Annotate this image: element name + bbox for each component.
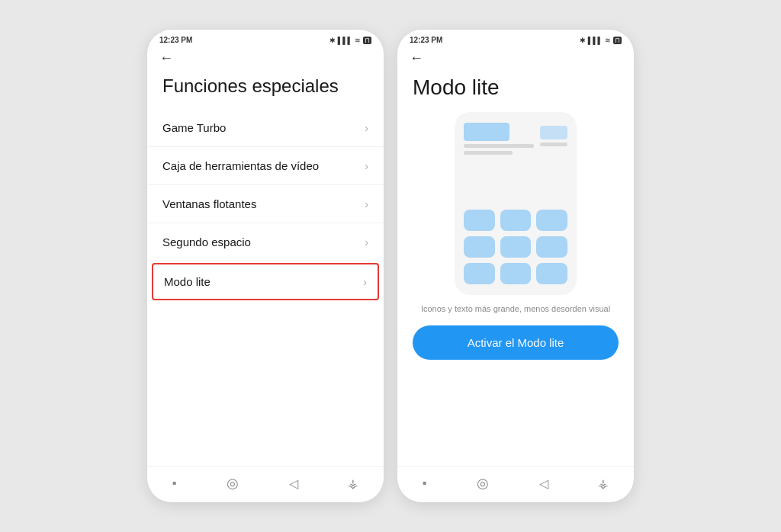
- signal-icon-right: ▌▌▌: [588, 37, 603, 44]
- status-icons-right: ✱ ▌▌▌ ≋ ⊓: [580, 37, 622, 44]
- illus-icon-5: [500, 236, 532, 258]
- bottom-nav-right: ▪ ◎ ◁ ⚶: [397, 466, 634, 502]
- illus-icon-6: [536, 236, 567, 258]
- menu-item-modo-lite[interactable]: Modo lite ›: [152, 263, 379, 300]
- illus-line-2: [464, 151, 513, 155]
- illus-line-1: [464, 144, 534, 148]
- chevron-segundo: ›: [365, 236, 368, 248]
- page-title-right: Modo lite: [397, 69, 634, 112]
- nav-back-left[interactable]: ◁: [289, 476, 298, 491]
- top-bar-left: ←: [147, 47, 384, 69]
- battery-icon-right: ⊓: [613, 37, 622, 44]
- illus-wide-rect: [464, 123, 534, 155]
- nav-circle-left[interactable]: ◎: [227, 475, 239, 492]
- activate-button[interactable]: Activar el Modo lite: [413, 325, 619, 360]
- illus-icon-9: [536, 263, 567, 284]
- time-right: 12:23 PM: [410, 36, 442, 44]
- modo-lite-description: Iconos y texto más grande, menos desorde…: [397, 295, 634, 319]
- status-icons-left: ✱ ▌▌▌ ≋ ⊓: [329, 37, 371, 44]
- menu-item-ventanas[interactable]: Ventanas flotantes ›: [147, 185, 384, 223]
- illus-right-group: [540, 123, 567, 146]
- illus-icon-7: [464, 263, 495, 284]
- time-left: 12:23 PM: [159, 36, 192, 44]
- back-button-left[interactable]: ←: [159, 50, 173, 66]
- back-button-right[interactable]: ←: [410, 50, 423, 66]
- illus-blue-medium: [540, 126, 567, 139]
- nav-circle-right[interactable]: ◎: [477, 475, 489, 492]
- nav-person-right[interactable]: ⚶: [598, 476, 609, 491]
- phone-illustration: [455, 112, 577, 295]
- screen-content-left: Funciones especiales Game Turbo › Caja d…: [147, 69, 384, 466]
- illus-icon-8: [500, 263, 532, 284]
- bottom-nav-left: ▪ ◎ ◁ ⚶: [147, 466, 384, 502]
- menu-item-label-modo-lite: Modo lite: [164, 275, 211, 288]
- illustration-container: [397, 112, 634, 295]
- top-bar-right: ←: [397, 47, 634, 69]
- menu-item-label-ventanas: Ventanas flotantes: [162, 197, 256, 210]
- illus-icon-2: [500, 210, 532, 231]
- illus-blue-wide: [464, 123, 509, 141]
- right-phone: 12:23 PM ✱ ▌▌▌ ≋ ⊓ ← Modo lite: [397, 30, 634, 502]
- chevron-caja: ›: [365, 160, 368, 172]
- wifi-icon-right: ≋: [605, 37, 611, 44]
- illus-icon-4: [464, 236, 495, 258]
- menu-item-label-segundo: Segundo espacio: [162, 236, 251, 248]
- chevron-ventanas: ›: [365, 198, 368, 210]
- menu-item-game-turbo[interactable]: Game Turbo ›: [147, 109, 384, 147]
- illus-top-row: [464, 123, 567, 155]
- menu-item-label-game-turbo: Game Turbo: [162, 121, 226, 134]
- nav-square-left[interactable]: ▪: [172, 476, 177, 490]
- bluetooth-icon-right: ✱: [580, 37, 586, 44]
- screen-content-right: Modo lite: [397, 69, 634, 466]
- chevron-modo-lite: ›: [363, 276, 367, 288]
- signal-icon-left: ▌▌▌: [338, 37, 352, 44]
- battery-icon-left: ⊓: [363, 37, 371, 44]
- illus-icon-3: [536, 210, 567, 231]
- menu-item-label-caja: Caja de herramientas de vídeo: [162, 159, 319, 172]
- nav-person-left[interactable]: ⚶: [348, 476, 358, 491]
- menu-item-caja[interactable]: Caja de herramientas de vídeo ›: [147, 147, 384, 185]
- nav-back-right[interactable]: ◁: [539, 476, 548, 491]
- illus-spacer: [464, 161, 567, 194]
- illus-icon-1: [464, 210, 495, 231]
- menu-item-segundo[interactable]: Segundo espacio ›: [147, 223, 384, 261]
- illus-icons-grid: [464, 210, 567, 284]
- wifi-icon-left: ≋: [355, 37, 361, 44]
- nav-square-right[interactable]: ▪: [423, 476, 427, 490]
- page-title-left: Funciones especiales: [147, 69, 384, 109]
- bluetooth-icon-left: ✱: [329, 37, 336, 44]
- left-phone: 12:23 PM ✱ ▌▌▌ ≋ ⊓ ← Funciones especiale…: [147, 30, 384, 502]
- status-bar-left: 12:23 PM ✱ ▌▌▌ ≋ ⊓: [147, 30, 384, 47]
- illus-line-3: [540, 143, 567, 146]
- status-bar-right: 12:23 PM ✱ ▌▌▌ ≋ ⊓: [397, 30, 634, 47]
- menu-list: Game Turbo › Caja de herramientas de víd…: [147, 109, 384, 466]
- chevron-game-turbo: ›: [365, 122, 368, 134]
